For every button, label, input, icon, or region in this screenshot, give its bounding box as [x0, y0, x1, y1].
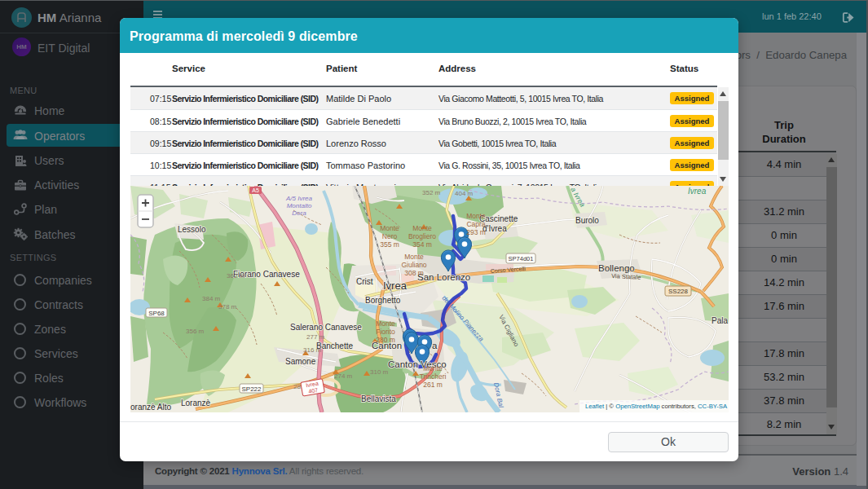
svg-text:280 m: 280 m — [376, 336, 395, 344]
svg-text:Monte: Monte — [404, 253, 424, 261]
svg-text:Giuliano: Giuliano — [401, 261, 426, 269]
svg-text:Samone: Samone — [285, 357, 316, 366]
svg-text:Via Statale: Via Statale — [611, 272, 641, 281]
svg-text:Monte: Monte — [380, 224, 399, 232]
svg-text:Ivrea: Ivrea — [383, 280, 408, 292]
svg-text:Bellavista: Bellavista — [361, 394, 396, 403]
svg-text:SP74d01: SP74d01 — [509, 255, 534, 262]
svg-text:Bollengo: Bollengo — [598, 263, 635, 273]
svg-text:d'Ivrea: d'Ivrea — [482, 224, 507, 233]
svg-text:Montalto: Montalto — [287, 202, 312, 209]
svg-text:A5: A5 — [252, 187, 259, 193]
svg-text:Brogliero: Brogliero — [408, 232, 436, 240]
svg-text:Leaflet | © OpenStreetMap cont: Leaflet | © OpenStreetMap contributors, … — [585, 403, 728, 410]
svg-text:Lessolo: Lessolo — [178, 225, 206, 234]
svg-text:274 m: 274 m — [334, 372, 353, 380]
svg-text:261 m: 261 m — [423, 381, 443, 389]
svg-text:308 m: 308 m — [404, 269, 424, 277]
svg-text:Banchette: Banchette — [316, 341, 353, 350]
svg-text:A/5 Ivrea: A/5 Ivrea — [285, 195, 313, 202]
svg-text:SP68: SP68 — [148, 310, 165, 317]
svg-text:Borghetto: Borghetto — [365, 296, 401, 305]
svg-text:Dora: Dora — [292, 209, 306, 217]
svg-text:Nero: Nero — [382, 232, 398, 240]
svg-text:Trincheri: Trincheri — [420, 372, 447, 381]
svg-text:352 m: 352 m — [422, 189, 441, 196]
svg-text:378 m: 378 m — [218, 303, 237, 311]
svg-text:Monte: Monte — [376, 319, 395, 328]
svg-text:Salerano Canavese: Salerano Canavese — [290, 323, 362, 332]
svg-text:355 m: 355 m — [380, 240, 399, 249]
svg-text:Ivrea: Ivrea — [688, 187, 707, 196]
svg-text:Burolo: Burolo — [575, 216, 599, 225]
svg-text:404 m: 404 m — [455, 190, 474, 197]
svg-text:277 m: 277 m — [306, 333, 325, 341]
svg-text:Fiorito: Fiorito — [376, 328, 395, 336]
svg-text:San Lorenzo: San Lorenzo — [417, 272, 470, 282]
svg-text:Loranzè: Loranzè — [181, 399, 211, 408]
svg-text:Pala: Pala — [712, 316, 728, 325]
svg-text:354 m: 354 m — [412, 240, 432, 249]
svg-text:Crist: Crist — [356, 277, 373, 286]
svg-text:SP222: SP222 — [241, 385, 262, 393]
svg-text:Monte: Monte — [423, 364, 443, 372]
svg-text:Monte: Monte — [412, 224, 432, 232]
svg-text:310 m: 310 m — [370, 368, 389, 376]
svg-text:oranzè Alto: oranzè Alto — [130, 403, 171, 412]
svg-text:Capra: Capra — [466, 220, 485, 228]
svg-text:SS228: SS228 — [668, 288, 689, 295]
svg-text:316 m: 316 m — [303, 346, 322, 354]
svg-text:362 m: 362 m — [227, 272, 245, 280]
svg-text:356 m: 356 m — [186, 328, 205, 335]
svg-text:293 m: 293 m — [466, 228, 486, 236]
svg-text:a: a — [432, 341, 438, 350]
svg-text:Monte: Monte — [466, 212, 486, 220]
svg-text:384 m: 384 m — [202, 295, 221, 302]
